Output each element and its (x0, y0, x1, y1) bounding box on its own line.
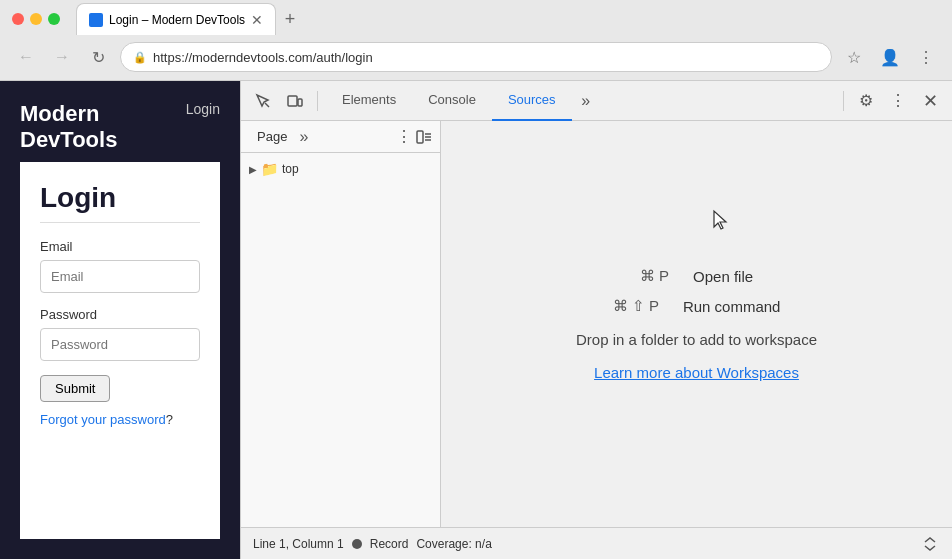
inspector-icon[interactable] (249, 87, 277, 115)
close-traffic-light[interactable] (12, 13, 24, 25)
email-input[interactable] (40, 260, 200, 293)
url-bar[interactable]: 🔒 https://moderndevtools.com/auth/login (120, 42, 832, 72)
sources-sidebar-toggle[interactable] (416, 129, 432, 145)
devtools-close-button[interactable]: ✕ (916, 87, 944, 115)
forgot-suffix: ? (166, 412, 173, 427)
svg-rect-2 (298, 99, 302, 106)
tab-favicon (89, 13, 103, 27)
password-input[interactable] (40, 328, 200, 361)
tab-elements[interactable]: Elements (326, 81, 412, 121)
webpage-panel: Modern DevTools Login Login Email Passwo… (0, 81, 240, 559)
statusbar-expand-button[interactable] (920, 534, 940, 554)
record-label[interactable]: Record (370, 537, 409, 551)
hint-row-2: ⌘ ⇧ P Run command (613, 297, 781, 315)
sources-main-area: ⌘ P Open file ⌘ ⇧ P Run command Drop in … (441, 121, 952, 527)
form-divider (40, 222, 200, 223)
nav-login-link[interactable]: Login (186, 101, 220, 138)
sources-hint: ⌘ P Open file ⌘ ⇧ P Run command Drop in … (576, 267, 817, 381)
submit-button[interactable]: Submit (40, 375, 110, 402)
folder-icon: 📁 (261, 161, 278, 177)
main-area: Modern DevTools Login Login Email Passwo… (0, 81, 952, 559)
lock-icon: 🔒 (133, 51, 147, 64)
svg-rect-1 (288, 96, 297, 106)
toolbar-separator-2 (843, 91, 844, 111)
sources-sidebar: Page » ⋮ ▶ 📁 (241, 121, 441, 527)
devtools-more-button[interactable]: ⋮ (884, 87, 912, 115)
devtools-toolbar: Elements Console Sources » ⚙ ⋮ ✕ (241, 81, 952, 121)
forgot-password-link[interactable]: Forgot your password (40, 412, 166, 427)
svg-line-0 (265, 103, 269, 107)
more-tabs-button[interactable]: » (572, 81, 600, 121)
tab-title: Login – Modern DevTools (109, 13, 245, 27)
new-tab-button[interactable]: + (276, 5, 304, 33)
tab-console[interactable]: Console (412, 81, 492, 121)
webpage-nav: Modern DevTools Login (20, 101, 220, 162)
sources-panel: Page » ⋮ ▶ 📁 (241, 121, 952, 527)
email-label: Email (40, 239, 200, 254)
title-bar: Login – Modern DevTools ✕ + (0, 0, 952, 38)
devtools-panel: Elements Console Sources » ⚙ ⋮ ✕ Page » … (240, 81, 952, 559)
devtools-settings-button[interactable]: ⚙ (852, 87, 880, 115)
browser-chrome: Login – Modern DevTools ✕ + ← → ↻ 🔒 http… (0, 0, 952, 81)
file-tree-item-label: top (282, 162, 299, 176)
hint-drop-text: Drop in a folder to add to workspace (576, 331, 817, 348)
tree-arrow-icon: ▶ (249, 164, 257, 175)
forgot-password-row: Forgot your password? (40, 410, 200, 428)
back-button[interactable]: ← (12, 43, 40, 71)
file-tree-item-top[interactable]: ▶ 📁 top (241, 157, 440, 181)
sources-sidebar-menu[interactable]: ⋮ (396, 127, 412, 146)
shortcut-run-command: ⌘ ⇧ P (613, 297, 659, 315)
bookmark-button[interactable]: ☆ (840, 43, 868, 71)
browser-tab[interactable]: Login – Modern DevTools ✕ (76, 3, 276, 35)
browser-menu-button[interactable]: ⋮ (912, 43, 940, 71)
forward-button[interactable]: → (48, 43, 76, 71)
login-form-wrapper: Login Email Password Submit Forgot your … (20, 162, 220, 539)
hint-run-command-label: Run command (683, 298, 781, 315)
tab-close-button[interactable]: ✕ (251, 12, 263, 28)
record-status-dot (352, 539, 362, 549)
svg-rect-3 (417, 131, 423, 143)
sources-page-tab[interactable]: Page (249, 129, 295, 144)
sources-more-tabs[interactable]: » (299, 128, 308, 146)
workspace-link[interactable]: Learn more about Workspaces (594, 364, 799, 381)
login-title: Login (40, 182, 200, 214)
refresh-button[interactable]: ↻ (84, 43, 112, 71)
toolbar-separator (317, 91, 318, 111)
file-tree: ▶ 📁 top (241, 153, 440, 527)
traffic-lights (12, 13, 60, 25)
password-label: Password (40, 307, 200, 322)
url-text: https://moderndevtools.com/auth/login (153, 50, 819, 65)
profile-button[interactable]: 👤 (876, 43, 904, 71)
sources-sidebar-toolbar: Page » ⋮ (241, 121, 440, 153)
site-logo: Modern DevTools (20, 101, 117, 154)
status-position: Line 1, Column 1 (253, 537, 344, 551)
shortcut-open-file: ⌘ P (640, 267, 669, 285)
maximize-traffic-light[interactable] (48, 13, 60, 25)
device-toggle-icon[interactable] (281, 87, 309, 115)
coverage-label: Coverage: n/a (416, 537, 491, 551)
address-bar: ← → ↻ 🔒 https://moderndevtools.com/auth/… (0, 38, 952, 80)
tab-sources[interactable]: Sources (492, 81, 572, 121)
hint-open-file-label: Open file (693, 268, 753, 285)
devtools-tabs: Elements Console Sources » (326, 81, 835, 121)
tab-bar: Login – Modern DevTools ✕ + (68, 3, 312, 35)
hint-row-1: ⌘ P Open file (640, 267, 753, 285)
devtools-statusbar: Line 1, Column 1 Record Coverage: n/a (241, 527, 952, 559)
minimize-traffic-light[interactable] (30, 13, 42, 25)
cursor-indicator (711, 209, 731, 237)
